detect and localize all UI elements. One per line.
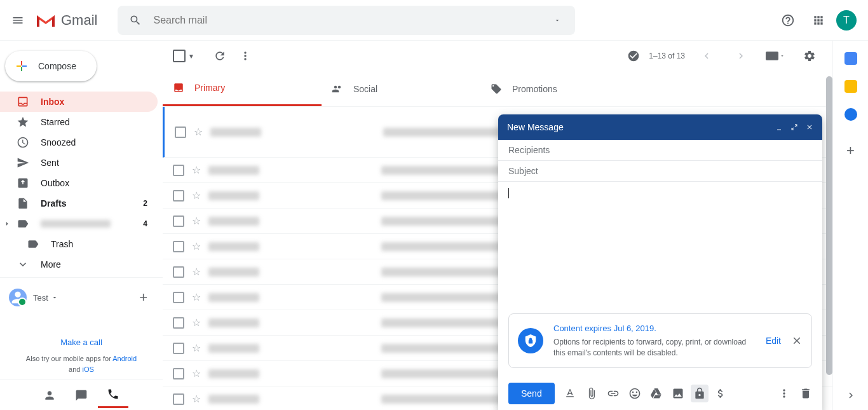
compose-toolbar: Send xyxy=(498,377,822,410)
make-call-link[interactable]: Make a call xyxy=(0,312,163,353)
keyboard-icon xyxy=(766,51,778,60)
star-icon[interactable]: ☆ xyxy=(192,240,201,252)
prev-page-button[interactable] xyxy=(694,43,719,69)
star-icon[interactable]: ☆ xyxy=(192,266,201,278)
row-checkbox[interactable] xyxy=(175,126,186,138)
tab-primary[interactable]: Primary xyxy=(163,71,322,106)
tab-promotions[interactable]: Promotions xyxy=(480,71,639,106)
star-icon[interactable]: ☆ xyxy=(192,342,201,354)
hangouts-phone-tab[interactable] xyxy=(98,383,128,408)
formatting-button[interactable] xyxy=(564,387,576,400)
row-checkbox[interactable] xyxy=(173,215,184,227)
nav-count: 2 xyxy=(143,199,147,208)
row-checkbox[interactable] xyxy=(173,266,184,278)
discard-button[interactable] xyxy=(799,387,812,400)
hangouts-user[interactable]: Test + xyxy=(0,283,163,312)
emoji-button[interactable] xyxy=(628,387,641,400)
row-checkbox[interactable] xyxy=(173,393,184,405)
row-checkbox[interactable] xyxy=(173,368,184,379)
recipients-field[interactable]: Recipients xyxy=(498,140,822,161)
main-menu-button[interactable] xyxy=(5,8,31,33)
minimize-button[interactable] xyxy=(775,123,783,131)
search-options-button[interactable] xyxy=(539,17,575,24)
sidebar-item-snoozed[interactable]: Snoozed xyxy=(0,132,158,153)
input-tools-button[interactable] xyxy=(763,43,788,69)
refresh-icon xyxy=(214,50,226,62)
compose-header[interactable]: New Message xyxy=(498,114,822,140)
add-contact-button[interactable]: + xyxy=(133,287,154,308)
compose-button[interactable]: Compose xyxy=(5,51,97,81)
gmail-m-icon xyxy=(36,13,56,28)
row-checkbox[interactable] xyxy=(173,292,184,303)
photo-button[interactable] xyxy=(672,387,684,400)
confidential-mode-button[interactable] xyxy=(691,385,709,402)
keep-addon[interactable] xyxy=(844,80,857,93)
tasks-addon[interactable] xyxy=(844,108,857,121)
attach-button[interactable] xyxy=(585,387,598,400)
row-checkbox[interactable] xyxy=(173,241,184,252)
more-options-button[interactable] xyxy=(778,387,790,400)
hamburger-icon xyxy=(11,14,24,27)
apps-grid-icon xyxy=(812,14,825,27)
star-icon[interactable]: ☆ xyxy=(192,367,201,379)
apps-button[interactable] xyxy=(806,8,831,33)
drive-button[interactable] xyxy=(650,387,663,400)
sidebar-item-drafts[interactable]: Drafts 2 xyxy=(0,193,158,214)
collapse-panel-button[interactable] xyxy=(845,390,857,401)
close-button[interactable] xyxy=(806,123,813,131)
lock-clock-icon xyxy=(693,387,706,400)
compose-body[interactable] xyxy=(498,182,822,313)
more-button[interactable] xyxy=(233,43,258,69)
refresh-button[interactable] xyxy=(207,43,233,69)
select-dropdown[interactable]: ▼ xyxy=(188,53,194,60)
confidential-edit-button[interactable]: Edit xyxy=(766,336,781,346)
calendar-addon[interactable] xyxy=(844,52,857,65)
gmail-logo[interactable]: Gmail xyxy=(31,12,111,29)
send-button[interactable]: Send xyxy=(508,383,555,404)
hangouts-chat-tab[interactable] xyxy=(66,383,97,408)
fullscreen-button[interactable] xyxy=(790,123,798,131)
scrollbar[interactable] xyxy=(826,76,832,375)
star-icon[interactable]: ☆ xyxy=(194,126,203,138)
sidebar-item-trash[interactable]: Trash xyxy=(0,234,158,254)
row-checkbox[interactable] xyxy=(173,317,184,329)
row-checkbox[interactable] xyxy=(173,190,184,202)
select-all-checkbox[interactable] xyxy=(173,50,186,62)
offline-icon xyxy=(627,50,640,62)
subject-field[interactable]: Subject xyxy=(498,161,822,182)
nav-label: Starred xyxy=(41,117,70,127)
link-button[interactable] xyxy=(607,387,620,400)
sidebar-item-outbox[interactable]: Outbox xyxy=(0,173,158,193)
get-addons-button[interactable]: + xyxy=(846,142,855,159)
star-icon[interactable]: ☆ xyxy=(192,189,201,202)
star-icon[interactable]: ☆ xyxy=(192,215,201,227)
send-icon xyxy=(17,156,29,169)
star-icon[interactable]: ☆ xyxy=(192,393,201,405)
sidebar-item-starred[interactable]: Starred xyxy=(0,112,158,132)
next-page-button[interactable] xyxy=(728,43,754,69)
account-avatar[interactable]: T xyxy=(836,10,857,31)
tab-social[interactable]: Social xyxy=(322,71,480,106)
nav-label: Trash xyxy=(51,239,73,249)
star-icon[interactable]: ☆ xyxy=(192,164,201,176)
star-icon[interactable]: ☆ xyxy=(192,291,201,303)
android-link[interactable]: Android xyxy=(112,355,137,362)
star-icon[interactable]: ☆ xyxy=(192,317,201,329)
settings-button[interactable] xyxy=(797,43,822,69)
sidebar-item-sent[interactable]: Sent xyxy=(0,153,158,173)
ios-link[interactable]: iOS xyxy=(83,366,94,373)
chevron-left-icon xyxy=(701,50,712,62)
sidebar-item-inbox[interactable]: Inbox xyxy=(0,92,158,112)
trash-icon xyxy=(799,387,812,400)
sidebar-item-more[interactable]: More xyxy=(0,254,158,275)
money-button[interactable] xyxy=(715,388,726,399)
row-checkbox[interactable] xyxy=(173,343,184,354)
support-button[interactable] xyxy=(775,8,801,33)
row-checkbox[interactable] xyxy=(173,165,184,176)
hangouts-contacts-tab[interactable] xyxy=(34,383,65,408)
minimize-icon xyxy=(775,123,783,131)
search-button[interactable] xyxy=(118,14,153,27)
search-input[interactable] xyxy=(153,15,539,26)
sidebar-item-label[interactable]: 4 xyxy=(0,214,158,234)
confidential-close-button[interactable] xyxy=(791,335,803,346)
